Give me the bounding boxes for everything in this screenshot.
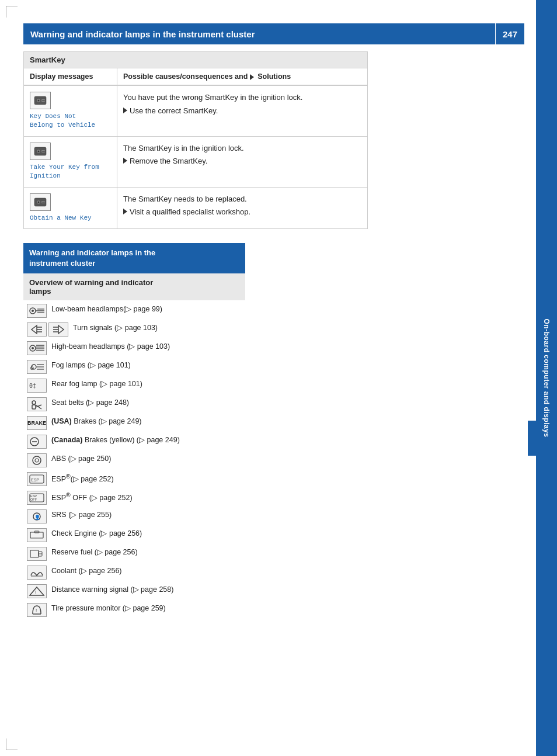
smartkey-icon-3 (30, 193, 51, 211)
svg-text:!: ! (35, 589, 37, 595)
lamp-text-esp: ESP®(▷ page 252) (51, 472, 114, 484)
svg-point-5 (43, 100, 44, 101)
list-item: Reserve fuel (▷ page 256) (23, 545, 245, 563)
svg-point-20 (44, 202, 46, 203)
lamp-text-abs: ABS (▷ page 250) (51, 453, 111, 464)
list-item: ESP ESP®(▷ page 252) (23, 470, 245, 488)
svg-rect-47 (32, 405, 36, 409)
svg-text:ESP: ESP (31, 478, 39, 482)
smartkey-icon-1 (30, 92, 51, 109)
svg-marker-26 (32, 325, 37, 334)
turn-signal-right-icon (48, 322, 68, 337)
lamp-text-lowbeam: Low-beam headlamps(▷ page 99) (51, 304, 162, 314)
col-header-causes: Possible causes/consequences and Solutio… (117, 68, 367, 85)
list-item: Turn signals (▷ page 103) (23, 320, 245, 339)
table-row: Obtain a New Key The SmartKey needs to b… (24, 187, 367, 228)
solution-text-1: Use the correct SmartKey. (130, 105, 218, 117)
lamp-text-turnsignals: Turn signals (▷ page 103) (73, 322, 158, 333)
list-item: Coolant (▷ page 256) (23, 563, 245, 582)
lamp-icon-esp-off: ESP OFF (27, 491, 47, 505)
list-item: ESP OFF ESP® OFF (▷ page 252) (23, 488, 245, 507)
warning-subheader-text: Overview of warning and indicatorlamps (29, 278, 153, 296)
lamp-icon-esp: ESP (27, 472, 47, 486)
table-row: Take Your Key fromIgnition The SmartKey … (24, 136, 367, 187)
smartkey-table: SmartKey Display messages Possible cause… (23, 51, 368, 229)
lamp-text-coolant: Coolant (▷ page 256) (51, 566, 122, 576)
lamp-text-tirepressure: Tire pressure monitor (▷ page 259) (51, 603, 166, 613)
svg-text:0‡: 0‡ (29, 383, 36, 389)
svg-marker-67 (30, 587, 44, 595)
cell-causes-3: The SmartKey needs to be replaced. Visit… (117, 188, 367, 228)
col-solutions-text: Solutions (257, 72, 291, 81)
table-row: Key Does NotBelong to Vehicle You have p… (24, 85, 367, 136)
display-msg-2: Take Your Key fromIgnition (30, 163, 111, 181)
page-header-title: Warning and indicator lamps in the instr… (30, 29, 255, 39)
lamp-icon-rearfog: 0‡ (27, 379, 47, 393)
list-item: Check Engine (▷ page 256) (23, 526, 245, 545)
list-item: ABS (▷ page 250) (23, 451, 245, 470)
svg-marker-30 (58, 325, 64, 334)
bullet-arrow (123, 158, 127, 164)
cell-causes-2: The SmartKey is in the ignition lock. Re… (117, 137, 367, 187)
turn-signal-left-icon (27, 322, 47, 337)
warning-lamps-section: Warning and indicator lamps in theinstru… (23, 243, 245, 619)
sidebar-label: On-board computer and displays (542, 318, 551, 437)
lamp-icon-checkengine (27, 528, 47, 542)
lamp-text-brake-canada: (Canada) Brakes (yellow) (▷ page 249) (51, 435, 180, 445)
solution-1: Use the correct SmartKey. (123, 105, 361, 117)
cause-text-2: The SmartKey is in the ignition lock. (123, 143, 361, 154)
lamp-icon-distwarning: ! (27, 584, 47, 598)
list-item: ! Tire pressure monitor (▷ page 259) (23, 601, 245, 619)
lamp-icon-brake-canada (27, 435, 47, 449)
lamp-text-checkengine: Check Engine (▷ page 256) (51, 528, 142, 539)
corner-mark-bl (6, 738, 18, 750)
bullet-arrow (123, 107, 127, 113)
lamp-text-reservefuel: Reserve fuel (▷ page 256) (51, 547, 138, 557)
lamp-icon-turnsignals (27, 322, 68, 337)
lamp-icon-coolant (27, 566, 47, 580)
sidebar-accent-block (528, 421, 536, 456)
svg-point-11 (42, 151, 43, 152)
lamp-icon-brake-usa: BRAKE (27, 416, 47, 430)
smartkey-icon-2 (30, 143, 51, 160)
list-item: ! Distance warning signal (▷ page 258) (23, 582, 245, 601)
svg-point-35 (32, 347, 34, 349)
lamp-text-seatbelt: Seat belts (▷ page 248) (51, 397, 129, 408)
page-header: Warning and indicator lamps in the instr… (23, 23, 524, 44)
svg-point-52 (33, 456, 41, 464)
smartkey-section-header: SmartKey (24, 52, 367, 68)
lamp-text-foglamp: Fog lamps (▷ page 101) (51, 360, 131, 370)
lamp-text-highbeam: High-beam headlamps (▷ page 103) (51, 341, 170, 352)
warning-lamps-subheader: Overview of warning and indicatorlamps (23, 273, 245, 300)
col-arrow-icon (250, 74, 254, 80)
cell-display-2: Take Your Key fromIgnition (24, 137, 117, 187)
col-causes-text: Possible causes/consequences and (123, 72, 248, 81)
svg-point-2 (38, 100, 40, 102)
svg-point-22 (32, 310, 34, 312)
svg-point-9 (38, 150, 40, 152)
lamp-icon-lowbeam (27, 304, 47, 318)
lamp-icon-foglamp: ⊕ (27, 360, 47, 374)
svg-point-13 (44, 151, 46, 152)
bullet-arrow (123, 209, 127, 214)
svg-text:⊕: ⊕ (30, 365, 34, 371)
svg-rect-63 (30, 550, 39, 557)
table-column-headers: Display messages Possible causes/consequ… (24, 68, 367, 85)
lamp-text-srs: SRS (▷ page 255) (51, 509, 112, 520)
solution-3: Visit a qualified specialist workshop. (123, 206, 361, 218)
warning-lamps-header: Warning and indicator lamps in theinstru… (23, 243, 245, 273)
svg-point-53 (35, 459, 39, 462)
lamp-icon-tirepressure: ! (27, 603, 47, 617)
list-item: Low-beam headlamps(▷ page 99) (23, 301, 245, 320)
svg-point-4 (42, 100, 43, 101)
cause-text-3: The SmartKey needs to be replaced. (123, 193, 361, 205)
solution-text-3: Visit a qualified specialist workshop. (130, 206, 250, 218)
lamp-list: Low-beam headlamps(▷ page 99) (23, 301, 245, 619)
list-item: Seat belts (▷ page 248) (23, 395, 245, 414)
lamp-text-brake-usa: (USA) Brakes (▷ page 249) (51, 416, 142, 426)
list-item: 👤 SRS (▷ page 255) (23, 507, 245, 526)
cell-causes-1: You have put the wrong SmartKey in the i… (117, 86, 367, 136)
svg-point-19 (43, 202, 44, 203)
svg-text:OFF: OFF (30, 498, 37, 501)
svg-point-16 (38, 201, 40, 203)
